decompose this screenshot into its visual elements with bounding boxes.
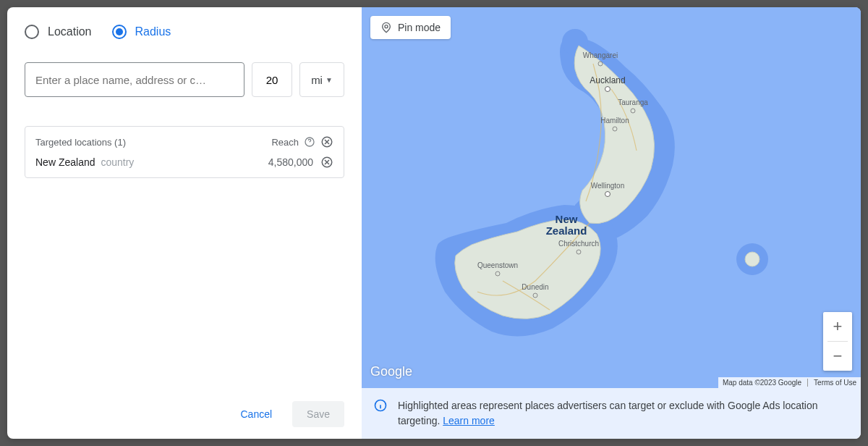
save-button: Save — [292, 401, 344, 427]
country-label-2: Zealand — [546, 224, 587, 237]
left-panel: Location Radius mi ▼ Targeted locations … — [7, 7, 362, 439]
map-canvas[interactable]: Whangarei Auckland Tauranga Hamilton Wel… — [362, 7, 861, 388]
city-christchurch: Christchurch — [558, 240, 599, 248]
clear-all-icon[interactable] — [320, 135, 333, 148]
search-row: mi ▼ — [25, 62, 344, 97]
targeted-header-label: Targeted locations (1) — [35, 137, 126, 148]
svg-point-3 — [385, 25, 388, 28]
zoom-in-button[interactable]: + — [823, 312, 852, 341]
help-icon[interactable] — [303, 135, 316, 148]
radio-location-label: Location — [48, 25, 92, 38]
zoom-controls: + − — [823, 312, 852, 371]
place-input[interactable] — [25, 62, 244, 97]
radio-circle-selected-icon — [112, 25, 127, 39]
svg-point-9 — [605, 87, 610, 92]
city-queenstown: Queenstown — [477, 261, 518, 269]
cancel-button[interactable]: Cancel — [226, 401, 286, 427]
location-name: New Zealand — [35, 156, 95, 168]
radio-location[interactable]: Location — [25, 25, 92, 39]
map-credits: Map data ©2023 Google Terms of Use — [718, 377, 861, 388]
svg-point-7 — [745, 252, 760, 266]
footer-actions: Cancel Save — [25, 390, 344, 427]
targeted-locations-box: Targeted locations (1) Reach New Zealand… — [25, 126, 344, 178]
unit-select[interactable]: mi ▼ — [299, 62, 344, 97]
city-whangarei: Whangarei — [583, 51, 618, 59]
zoom-out-button[interactable]: − — [823, 342, 852, 371]
table-row: New Zealand country 4,580,000 — [35, 156, 333, 169]
reach-label: Reach — [271, 137, 299, 148]
reach-value: 4,580,000 — [268, 156, 313, 168]
mode-radio-group: Location Radius — [25, 25, 344, 39]
right-panel: Pin mode — [362, 7, 861, 439]
info-bar: Highlighted areas represent places adver… — [362, 388, 861, 439]
location-radius-dialog: Location Radius mi ▼ Targeted locations … — [7, 7, 861, 439]
svg-point-12 — [605, 192, 610, 197]
city-hamilton: Hamilton — [600, 117, 629, 125]
country-label-1: New — [556, 213, 578, 225]
unit-label: mi — [311, 74, 323, 86]
pin-icon — [380, 22, 392, 33]
map: Pin mode — [362, 7, 861, 388]
location-type: country — [101, 156, 134, 168]
city-dunedin: Dunedin — [522, 283, 548, 291]
city-wellington: Wellington — [591, 182, 625, 190]
pin-mode-label: Pin mode — [398, 22, 441, 33]
city-auckland: Auckland — [590, 75, 625, 85]
google-logo: Google — [370, 364, 412, 379]
info-icon — [373, 398, 388, 413]
chevron-down-icon: ▼ — [326, 76, 333, 84]
city-tauranga: Tauranga — [618, 98, 648, 106]
terms-link[interactable]: Terms of Use — [807, 379, 856, 387]
radio-radius-label: Radius — [135, 25, 171, 38]
radius-value-input[interactable] — [252, 62, 292, 97]
pin-mode-button[interactable]: Pin mode — [370, 16, 451, 39]
remove-location-icon[interactable] — [320, 156, 333, 169]
learn-more-link[interactable]: Learn more — [443, 415, 495, 426]
map-data-credit: Map data ©2023 Google — [723, 379, 801, 387]
radio-circle-icon — [25, 25, 39, 39]
radio-radius[interactable]: Radius — [112, 25, 171, 39]
